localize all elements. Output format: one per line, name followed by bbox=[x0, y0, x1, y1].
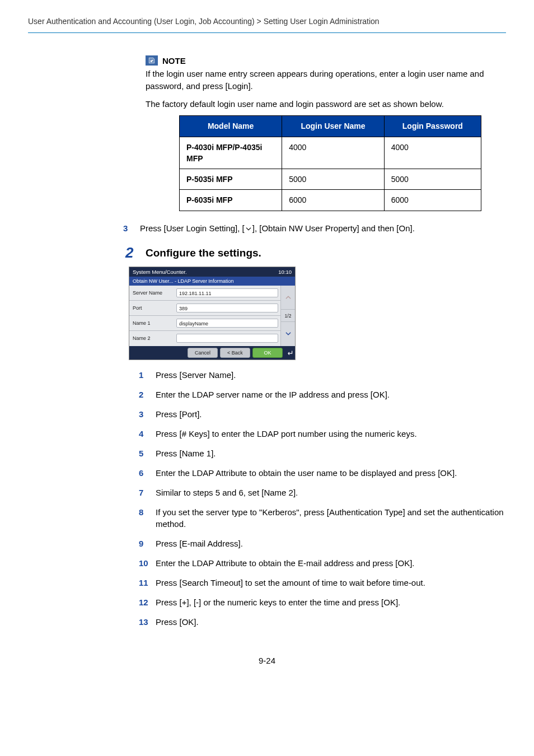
input-name1[interactable]: displayName bbox=[176, 319, 278, 328]
step-text: Enter the LDAP Attribute to obtain the E… bbox=[156, 557, 506, 569]
step-text: Press [Server Name]. bbox=[156, 369, 506, 381]
chevron-up-icon bbox=[284, 293, 292, 301]
label-port: Port bbox=[133, 305, 176, 311]
step-text: Press [# Keys] to enter the LDAP port nu… bbox=[156, 428, 506, 440]
step-text: Press [+], [-] or the numeric keys to en… bbox=[156, 596, 506, 608]
step-text: Press [Port]. bbox=[156, 408, 506, 420]
ok-button[interactable]: OK bbox=[252, 348, 283, 358]
label-name2: Name 2 bbox=[133, 335, 176, 341]
screen-title: System Menu/Counter. bbox=[133, 269, 187, 275]
prestep-num: 3 bbox=[123, 222, 134, 234]
step-num: 1 bbox=[139, 369, 150, 381]
row-name1[interactable]: Name 1 displayName bbox=[129, 316, 280, 331]
step-num: 6 bbox=[139, 467, 150, 479]
page-number: 9-24 bbox=[28, 656, 506, 665]
input-port[interactable]: 389 bbox=[176, 304, 278, 312]
table-row: P-5035i MFP 5000 5000 bbox=[180, 169, 481, 190]
row-name2[interactable]: Name 2 bbox=[129, 331, 280, 346]
label-server-name: Server Name bbox=[133, 290, 176, 296]
input-name2[interactable] bbox=[176, 334, 278, 343]
step-text: Similar to steps 5 and 6, set [Name 2]. bbox=[156, 487, 506, 498]
step-num: 4 bbox=[139, 428, 150, 440]
note-label: NOTE bbox=[162, 56, 186, 66]
input-server-name[interactable]: 192.181.11.11 bbox=[176, 288, 278, 297]
th-pass: Login Password bbox=[384, 116, 481, 137]
step-text: Press [E-mail Address]. bbox=[156, 538, 506, 549]
step-num: 9 bbox=[139, 538, 150, 549]
cancel-button[interactable]: Cancel bbox=[188, 348, 218, 358]
cell-user: 4000 bbox=[282, 137, 384, 169]
ldap-config-screen: System Menu/Counter. 10:10 Obtain NW Use… bbox=[129, 267, 296, 360]
note-body: If the login user name entry screen appe… bbox=[146, 68, 506, 211]
cell-pass: 5000 bbox=[384, 169, 481, 190]
th-model: Model Name bbox=[180, 116, 282, 137]
row-port[interactable]: Port 389 bbox=[129, 301, 280, 316]
step-text: Press [Search Timeout] to set the amount… bbox=[156, 577, 506, 589]
step-text: If you set the server type to "Kerberos"… bbox=[156, 506, 506, 530]
cell-model: P-5035i MFP bbox=[180, 169, 282, 190]
chevron-down-icon bbox=[245, 225, 252, 233]
step-num: 10 bbox=[139, 557, 150, 569]
step-num: 13 bbox=[139, 616, 150, 628]
cell-model: P-4030i MFP/P-4035i MFP bbox=[180, 137, 282, 169]
screen-time: 10:10 bbox=[278, 269, 292, 275]
chevron-down-icon bbox=[284, 330, 292, 338]
step-text: Press [Name 1]. bbox=[156, 447, 506, 459]
back-button[interactable]: < Back bbox=[220, 348, 250, 358]
cell-model: P-6035i MFP bbox=[180, 190, 282, 211]
step-text: Enter the LDAP Attribute to obtain the u… bbox=[156, 467, 506, 479]
step-num: 8 bbox=[139, 506, 150, 518]
note-p2: The factory default login user name and … bbox=[146, 98, 506, 110]
login-defaults-table: Model Name Login User Name Login Passwor… bbox=[179, 115, 481, 211]
cell-pass: 4000 bbox=[384, 137, 481, 169]
table-row: P-4030i MFP/P-4035i MFP 4000 4000 bbox=[180, 137, 481, 169]
section-2-title: Configure the settings. bbox=[146, 245, 261, 259]
step-text: Enter the LDAP server name or the IP add… bbox=[156, 389, 506, 400]
prestep-text: Press [User Login Setting], [], [Obtain … bbox=[140, 222, 506, 234]
enter-icon bbox=[284, 346, 295, 360]
step-num: 5 bbox=[139, 447, 150, 459]
cell-pass: 6000 bbox=[384, 190, 481, 211]
step-num: 3 bbox=[139, 408, 150, 420]
scroll-up-button[interactable] bbox=[281, 286, 295, 310]
scroll-down-button[interactable] bbox=[281, 322, 295, 346]
step-num: 7 bbox=[139, 487, 150, 498]
label-name1: Name 1 bbox=[133, 320, 176, 326]
note-icon bbox=[146, 55, 158, 66]
step-text: Press [OK]. bbox=[156, 616, 506, 628]
breadcrumb: User Authentication and Accounting (User… bbox=[28, 17, 506, 33]
note-p1: If the login user name entry screen appe… bbox=[146, 68, 506, 92]
screen-pager: 1/2 bbox=[281, 310, 295, 322]
cell-user: 5000 bbox=[282, 169, 384, 190]
step-num: 11 bbox=[139, 577, 150, 589]
row-server-name[interactable]: Server Name 192.181.11.11 bbox=[129, 286, 280, 301]
cell-user: 6000 bbox=[282, 190, 384, 211]
section-2-num: 2 bbox=[125, 245, 139, 260]
table-row: P-6035i MFP 6000 6000 bbox=[180, 190, 481, 211]
step-num: 12 bbox=[139, 596, 150, 608]
th-user: Login User Name bbox=[282, 116, 384, 137]
screen-subtitle: Obtain NW User... - LDAP Server Informat… bbox=[129, 277, 295, 286]
step-num: 2 bbox=[139, 389, 150, 400]
